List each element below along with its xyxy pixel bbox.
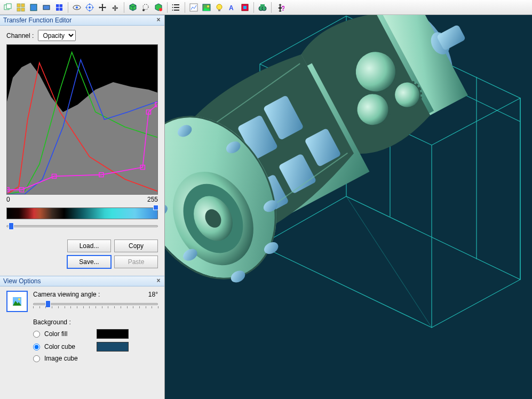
bulb-icon [215, 3, 224, 12]
bg-option-color_cube[interactable]: Color cube [33, 342, 158, 352]
save-button[interactable]: Save... [67, 256, 111, 268]
toolbar-separator [124, 2, 124, 13]
svg-text:A: A [229, 4, 234, 12]
grid-blue-icon [55, 3, 63, 12]
svg-point-17 [172, 7, 173, 8]
svg-rect-23 [218, 10, 220, 11]
svg-point-12 [89, 6, 91, 9]
photo-button[interactable] [201, 2, 212, 13]
adjust-button[interactable] [239, 2, 251, 13]
svg-rect-6 [30, 4, 37, 11]
chart-icon [189, 3, 198, 12]
target-icon [85, 3, 94, 12]
camera-slider-thumb[interactable] [45, 300, 51, 308]
help-icon: ? [276, 3, 284, 12]
channel-label: Channel : [6, 32, 34, 39]
svg-rect-7 [43, 5, 50, 10]
svg-point-15 [159, 8, 162, 11]
bg-swatch-color_cube[interactable] [97, 342, 129, 352]
grid-blue-button[interactable] [53, 2, 65, 13]
panel-header-view-options[interactable]: View Options × [0, 276, 164, 286]
camera-angle-label: Camera viewing angle : [33, 291, 100, 298]
move-button[interactable] [97, 2, 108, 13]
lasso-button[interactable] [140, 2, 152, 13]
opacity-slider-thumb[interactable] [9, 222, 14, 230]
camera-angle-slider[interactable] [33, 300, 158, 310]
toolbar-separator [167, 2, 168, 13]
rectangle-icon [42, 3, 51, 12]
cube-paint-icon [154, 3, 163, 12]
svg-rect-19 [190, 4, 197, 11]
cube-green-button[interactable] [127, 2, 139, 13]
bg-radio-color_cube[interactable] [33, 344, 40, 350]
target-button[interactable] [84, 2, 96, 13]
panel-title: View Options [3, 277, 41, 285]
svg-point-16 [172, 4, 173, 5]
load-button[interactable]: Load... [67, 240, 111, 252]
svg-rect-5 [21, 8, 25, 11]
bg-label: Color fill [44, 330, 92, 338]
binoculars-icon [258, 3, 267, 12]
bg-radio-image_cube[interactable] [33, 355, 40, 362]
bulb-button[interactable] [213, 2, 225, 13]
chart-button[interactable] [188, 2, 200, 13]
panel-header-transfer-function[interactable]: Transfer Function Editor × [0, 15, 164, 26]
toolbar-separator [68, 2, 68, 13]
copy-button[interactable]: Copy [114, 240, 158, 252]
bg-radio-color_fill[interactable] [33, 331, 40, 338]
svg-rect-1 [6, 4, 11, 9]
list-icon [172, 3, 180, 12]
close-icon[interactable]: × [155, 17, 162, 24]
bg-swatch-color_fill[interactable] [97, 329, 129, 339]
adjust-icon [241, 3, 249, 12]
font-button[interactable]: A [226, 2, 238, 13]
list-button[interactable] [170, 2, 182, 13]
zoom-button[interactable] [109, 2, 121, 13]
svg-text:?: ? [281, 5, 284, 12]
arrange-button[interactable] [15, 2, 27, 13]
3d-viewport[interactable] [165, 15, 532, 399]
help-button[interactable]: ? [274, 2, 286, 13]
eye-icon [73, 3, 81, 12]
cube-paint-button[interactable] [153, 2, 164, 13]
cube-green-icon [129, 3, 137, 12]
svg-point-21 [207, 5, 209, 7]
toolbar-separator [253, 2, 254, 13]
view-options-icon-button[interactable] [6, 291, 28, 312]
gradient-thumb[interactable] [153, 205, 158, 210]
paste-button[interactable]: Paste [114, 256, 158, 268]
main-toolbar: A? [0, 0, 532, 15]
channel-select[interactable]: Opacity [38, 30, 76, 41]
eye-button[interactable] [71, 2, 83, 13]
bg-option-color_fill[interactable]: Color fill [33, 329, 158, 339]
panel-transfer-function: Transfer Function Editor × Channel : Opa… [0, 15, 164, 273]
svg-rect-4 [17, 8, 20, 11]
left-panel-column: Transfer Function Editor × Channel : Opa… [0, 15, 165, 399]
landscape-icon [13, 297, 21, 306]
rectangle-button[interactable] [41, 2, 52, 13]
volume-render-object [165, 15, 517, 306]
panel-view-options: View Options × Camera viewing angle : [0, 276, 164, 370]
svg-point-13 [143, 4, 148, 10]
scale-max: 255 [147, 196, 158, 203]
svg-rect-28 [260, 4, 265, 7]
binoculars-button[interactable] [257, 2, 268, 13]
background-label: Background : [33, 318, 158, 326]
opacity-slider[interactable] [6, 222, 158, 230]
font-icon: A [228, 3, 236, 12]
move-icon [98, 3, 107, 12]
color-gradient-bar[interactable] [6, 208, 158, 219]
zoom-icon [111, 3, 120, 12]
svg-point-18 [172, 10, 173, 11]
new-window-icon [29, 3, 38, 12]
new-window-button[interactable] [28, 2, 39, 13]
photo-icon [202, 3, 211, 12]
bg-option-image_cube[interactable]: Image cube [33, 355, 158, 362]
transfer-function-graph[interactable] [6, 44, 158, 195]
svg-point-14 [142, 9, 145, 11]
close-icon[interactable]: × [155, 277, 162, 285]
svg-point-22 [217, 4, 222, 10]
arrange-icon [17, 3, 25, 12]
cascade-button[interactable] [2, 2, 14, 13]
camera-angle-value: 18° [148, 291, 158, 298]
